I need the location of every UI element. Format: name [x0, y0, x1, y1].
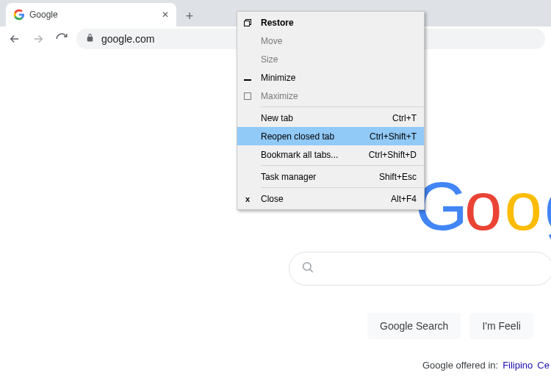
menu-item-close[interactable]: xCloseAlt+F4	[237, 189, 424, 208]
google-favicon	[13, 9, 25, 21]
menu-item-new-tab[interactable]: New tabCtrl+T	[237, 109, 424, 127]
menu-item-label: Bookmark all tabs...	[261, 150, 338, 160]
menu-separator	[261, 187, 424, 188]
reload-button[interactable]	[53, 30, 71, 48]
svg-rect-7	[244, 79, 251, 81]
tab-title: Google	[29, 10, 157, 20]
close-tab-icon[interactable]: ✕	[162, 10, 169, 20]
menu-item-reopen-closed-tab[interactable]: Reopen closed tabCtrl+Shift+T	[237, 127, 424, 145]
minimize-icon	[242, 74, 253, 81]
feeling-lucky-button[interactable]: I'm Feeli	[469, 313, 533, 339]
maximize-icon	[242, 92, 253, 100]
search-icon	[301, 261, 314, 277]
svg-rect-8	[245, 92, 251, 99]
menu-item-shortcut: Ctrl+Shift+D	[369, 150, 417, 160]
lock-icon	[85, 32, 96, 46]
menu-item-label: Minimize	[261, 73, 295, 83]
google-search-button[interactable]: Google Search	[367, 313, 461, 339]
menu-item-label: Close	[261, 194, 284, 204]
menu-item-shortcut: Shift+Esc	[379, 172, 417, 182]
svg-point-4	[303, 263, 311, 271]
menu-item-task-manager[interactable]: Task managerShift+Esc	[237, 167, 424, 186]
offered-label: Google offered in:	[422, 360, 498, 371]
menu-item-move: Move	[237, 32, 424, 50]
menu-item-maximize: Maximize	[237, 87, 424, 105]
offered-lang-link[interactable]: Ce	[537, 360, 550, 371]
menu-item-restore[interactable]: Restore	[237, 13, 424, 32]
menu-item-shortcut: Ctrl+T	[392, 113, 417, 123]
google-logo: G o o g	[415, 175, 551, 248]
search-input[interactable]	[289, 252, 551, 286]
restore-icon	[242, 19, 253, 26]
search-buttons-row: Google Search I'm Feeli	[367, 313, 533, 339]
offered-lang-link[interactable]: Filipino	[503, 360, 533, 371]
menu-item-label: Task manager	[261, 172, 316, 182]
svg-rect-6	[245, 21, 250, 26]
menu-item-label: Move	[261, 36, 282, 46]
offered-in: Google offered in: Filipino Ce	[422, 360, 550, 371]
menu-separator	[261, 165, 424, 166]
menu-item-size: Size	[237, 50, 424, 68]
svg-text:o: o	[464, 175, 503, 244]
window-context-menu: RestoreMoveSizeMinimizeMaximizeNew tabCt…	[237, 11, 425, 210]
svg-text:g: g	[544, 175, 551, 244]
menu-item-shortcut: Alt+F4	[391, 194, 417, 204]
menu-item-label: New tab	[261, 113, 293, 123]
menu-item-label: Restore	[261, 18, 294, 28]
menu-item-label: Size	[261, 54, 278, 65]
menu-item-label: Maximize	[261, 91, 298, 101]
back-button[interactable]	[6, 30, 24, 48]
menu-separator	[261, 106, 424, 107]
menu-item-label: Reopen closed tab	[261, 131, 334, 142]
url-text: google.com	[101, 33, 154, 45]
menu-item-minimize[interactable]: Minimize	[237, 68, 424, 87]
new-tab-button[interactable]: +	[179, 6, 200, 26]
forward-button[interactable]	[29, 30, 47, 48]
svg-text:o: o	[504, 175, 542, 244]
menu-item-bookmark-all-tabs[interactable]: Bookmark all tabs...Ctrl+Shift+D	[237, 145, 424, 164]
close-icon: x	[242, 195, 253, 203]
browser-tab[interactable]: Google ✕	[6, 3, 176, 26]
menu-item-shortcut: Ctrl+Shift+T	[370, 131, 417, 142]
